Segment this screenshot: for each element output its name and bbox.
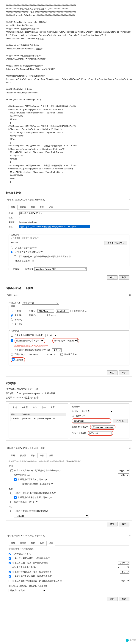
cb-stoplong[interactable] — [8, 570, 11, 573]
config-label: 配置(C): — [25, 267, 33, 271]
desc-label: 描述: — [8, 225, 18, 228]
task-properties-dialog: 移动客户端到DASOU中 属性(本地计算机) × 常规 触发器 操作 条件 设置… — [5, 197, 133, 282]
action-list: 操作详细信息 启动程序powershell C:\script\Movecomp… — [10, 412, 67, 421]
cb-highest-priv[interactable] — [11, 260, 13, 262]
cb-enabled[interactable] — [12, 358, 14, 360]
cb-expire-sync[interactable] — [61, 353, 63, 356]
date-input[interactable] — [37, 309, 54, 313]
delete-select[interactable]: 30 天 — [119, 579, 130, 582]
dialog-title: 移动客户端到DASOU中 属性(本地计算机) — [7, 447, 45, 450]
cb-past[interactable] — [8, 557, 11, 560]
tab-general[interactable]: 常规 — [8, 205, 17, 210]
dialog-title: 移动客户端到DASOU中 属性(本地计算机) — [7, 534, 45, 538]
idle-select[interactable]: 10 分钟 — [117, 469, 130, 472]
begin-label: 开始任务(G): — [8, 301, 20, 304]
stop-select[interactable]: 3 天 — [52, 348, 62, 352]
author-label: 创建者: — [8, 220, 18, 224]
cb-forcestop[interactable] — [8, 575, 11, 578]
cancel-button[interactable]: 取消 — [119, 276, 130, 280]
cb-network[interactable] — [10, 510, 13, 512]
settings-dialog: 移动客户端到DASOU中 属性(本地计算机) × 常规触发器操作条件设置 指定影… — [5, 533, 133, 603]
cb-repeat[interactable] — [11, 340, 13, 342]
security-group: 安全选项 运行任务时，请使用下列用户帐户: yuanzhe 更改用户或组(U).… — [8, 234, 130, 266]
cb-wake[interactable] — [10, 501, 13, 503]
change-user-button[interactable]: 更改用户或组(U)... — [104, 241, 127, 245]
desc-input[interactable] — [19, 225, 90, 228]
radio-monthly[interactable] — [11, 323, 13, 325]
cb-restart-idle[interactable] — [18, 483, 20, 485]
close-icon[interactable]: × — [129, 534, 131, 538]
section-title-2: 每隔1小时运行一下脚本 — [5, 286, 133, 290]
powershell-script: ########################################… — [5, 4, 133, 187]
tab-settings[interactable]: 设置 — [46, 205, 55, 210]
cb-no-password[interactable] — [14, 255, 16, 258]
cancel-button[interactable]: 取消 — [119, 522, 130, 526]
expire-time[interactable] — [46, 353, 59, 356]
cb-sync-tz[interactable] — [70, 310, 73, 312]
security-sub: 运行任务时，请使用下列用户帐户: — [11, 237, 127, 240]
location-label: 位置: — [8, 216, 18, 220]
config-select[interactable]: Windows Server 2016 — [34, 267, 86, 271]
program-input[interactable] — [73, 419, 110, 422]
name-input[interactable] — [19, 212, 90, 215]
security-title: 安全选项 — [10, 233, 20, 237]
radio-logged-on[interactable] — [11, 246, 13, 249]
close-icon[interactable]: × — [129, 446, 131, 450]
tab-triggers[interactable]: 触发器 — [17, 205, 29, 210]
tab-conditions[interactable]: 条件 — [37, 205, 46, 210]
action-select[interactable]: 启动程序 — [80, 410, 113, 413]
args-input[interactable] — [92, 425, 114, 429]
location-value: \ — [19, 216, 20, 220]
duration-select[interactable]: 无限期 — [66, 339, 77, 342]
cb-stop-long[interactable] — [11, 349, 13, 351]
ok-button[interactable]: 确定 — [107, 597, 118, 601]
retry-count[interactable]: ▲▼ — [117, 566, 125, 569]
repeat-select[interactable]: 1 小时 — [32, 339, 44, 342]
radio-always[interactable] — [11, 251, 13, 253]
author-value: lianjia\administrator — [19, 220, 37, 224]
cb-battery[interactable] — [14, 496, 17, 499]
retry-freq[interactable]: 1 分钟 — [118, 561, 130, 564]
section-title-3: 添加参数 — [5, 381, 133, 385]
cancel-button[interactable]: 取消 — [119, 370, 130, 375]
time-input[interactable] — [56, 309, 69, 313]
cb-ac[interactable] — [10, 492, 13, 494]
cb-expire[interactable] — [11, 353, 13, 356]
every-input[interactable] — [38, 314, 45, 317]
name-label: 名称: — [8, 212, 18, 215]
advanced-group: 高级设置 任务最多延迟时间(随机延迟)(K):1 小时 重复任务间隔(P): 1… — [8, 330, 130, 366]
radio-weekly[interactable] — [11, 318, 13, 321]
begin-select[interactable]: 按预定计划 — [22, 301, 59, 304]
para-note-3: 起始于：C:\script\ #指定程序目录 — [5, 396, 133, 400]
ok-button[interactable]: 确定 — [107, 522, 118, 526]
ok-button[interactable]: 确定 — [107, 370, 118, 375]
cb-stop-idle[interactable] — [14, 478, 17, 481]
close-icon[interactable]: × — [129, 198, 131, 202]
radio-once[interactable] — [11, 310, 13, 312]
cb-retry[interactable] — [8, 562, 11, 564]
settings-group: 设置 一次(N) 每天(D) 每周(W) 每月(M) 开始(S): 跨时区同步(… — [8, 306, 130, 329]
cb-delete[interactable] — [8, 580, 11, 582]
dialog-title: 移动客户端到DASOU中 属性(本地计算机) — [7, 198, 45, 202]
delay-select[interactable]: 1 小时 — [45, 334, 57, 337]
browse-button[interactable]: 浏览(R)... — [113, 419, 128, 423]
cb-ondemand[interactable] — [8, 553, 11, 555]
cb-hidden[interactable] — [8, 268, 11, 270]
radio-daily[interactable] — [11, 314, 13, 316]
cancel-button[interactable]: 取消 — [119, 597, 130, 601]
action-dialog-combined: 常规触发器操作条件设置 操作详细信息 启动程序powershell C:\scr… — [5, 402, 133, 440]
para-note-1: 程序脚本：powershell #运行工具 — [5, 387, 133, 391]
close-icon[interactable]: × — [129, 293, 131, 297]
cb-idle[interactable] — [10, 469, 13, 472]
startdir-input[interactable] — [89, 432, 112, 435]
tab-actions[interactable]: 操作 — [29, 205, 37, 210]
expire-date[interactable] — [28, 353, 44, 356]
wait-select[interactable]: 1 小时 — [118, 474, 130, 477]
dialog-title: 编辑触发器 — [7, 294, 17, 297]
ok-button[interactable]: 确定 — [107, 276, 118, 280]
network-select[interactable]: 任何连接 — [14, 514, 89, 518]
cb-delay[interactable] — [11, 334, 13, 336]
rule-select[interactable]: 请勿启动新实例 — [8, 589, 46, 592]
stoplong-select[interactable]: 3 天 — [120, 570, 130, 574]
security-user: yuanzhe — [11, 241, 18, 244]
